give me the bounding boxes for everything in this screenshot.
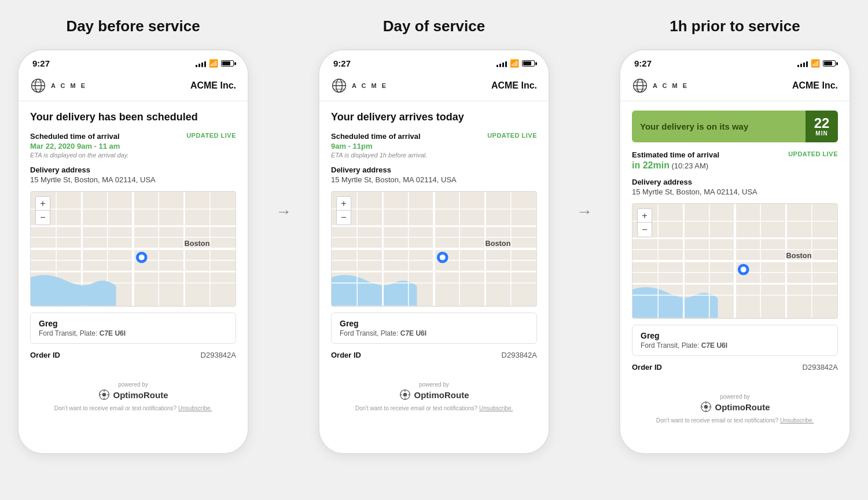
arrow-2-container: → (567, 17, 602, 221)
section-title-day-of: Day of service (383, 17, 485, 35)
map-zoom-out-3[interactable]: − (638, 223, 652, 237)
map-controls-2[interactable]: + − (336, 196, 351, 225)
eta-section-3: Estimated time of arrival UPDATED LIVE i… (632, 150, 838, 171)
banner-number-block: 22 MIN (806, 111, 838, 142)
delivery-banner: Your delivery is on its way 22 MIN (632, 111, 838, 142)
page-layout: Day before service 9:27 📶 (0, 17, 868, 454)
address-section-1: Delivery address 15 Myrtle St, Boston, M… (30, 166, 236, 184)
acme-logo-2: A C M E (331, 78, 388, 94)
driver-vehicle-1: Ford Transit, Plate: C7E U6I (39, 329, 227, 337)
wifi-icon-1: 📶 (209, 59, 218, 68)
section-title-day-before: Day before service (66, 17, 200, 35)
phone-footer-3: powered by OptimoRoute Don' (620, 389, 849, 426)
powered-by-1: powered by (30, 381, 236, 388)
driver-info-3: Greg Ford Transit, Plate: C7E U6I (632, 325, 838, 356)
acme-logo-3: A C M E (632, 78, 689, 94)
map-controls-1[interactable]: + − (35, 196, 50, 225)
phone-footer-2: powered by OptimoRoute Don' (319, 377, 549, 414)
optimoroute-icon-3 (700, 401, 712, 413)
unsubscribe-row-3: Don't want to receive email or text noti… (632, 417, 838, 424)
order-label-2: Order ID (331, 351, 361, 359)
status-bar-3: 9:27 📶 (620, 50, 849, 73)
phone-frame-1: 9:27 📶 (17, 49, 249, 454)
order-value-2: D293842A (502, 351, 537, 359)
unsubscribe-link-3[interactable]: Unsubscribe. (780, 417, 814, 424)
status-icons-1: 📶 (196, 59, 234, 68)
powered-by-2: powered by (331, 381, 537, 388)
optimoroute-logo-3: OptimoRoute (632, 401, 838, 413)
eta-note-1: ETA is displayed on the arrival day. (30, 152, 236, 159)
updated-live-3: UPDATED LIVE (788, 150, 838, 157)
arrow-1: → (275, 203, 292, 221)
order-row-1: Order ID D293842A (30, 351, 236, 359)
app-header-2: A C M E ACME Inc. (319, 73, 549, 101)
svg-text:Boston: Boston (486, 239, 511, 248)
map-zoom-in-1[interactable]: + (36, 197, 50, 211)
phone-section-day-before: Day before service 9:27 📶 (0, 17, 266, 454)
order-value-3: D293842A (803, 363, 838, 372)
signal-icon-2 (496, 60, 507, 67)
status-icons-2: 📶 (496, 59, 535, 68)
map-zoom-out-1[interactable]: − (36, 211, 50, 225)
acme-inc-3: ACME Inc. (792, 80, 838, 91)
eta-note-2: ETA is displayed 1h before arrival. (331, 152, 537, 159)
optimoroute-name-1: OptimoRoute (113, 390, 168, 400)
acme-inc-1: ACME Inc. (190, 80, 236, 91)
order-label-3: Order ID (632, 363, 662, 372)
status-bar-1: 9:27 📶 (19, 50, 248, 73)
wifi-icon-3: 📶 (811, 59, 820, 68)
acme-letters-3: A C M E (653, 82, 689, 89)
app-header-1: A C M E ACME Inc. (19, 73, 248, 101)
banner-min: MIN (812, 130, 831, 137)
map-container-3: Boston + − (632, 203, 838, 319)
scheduled-label-2: Scheduled time of arrival (331, 132, 421, 141)
scheduled-value-2: 9am - 11pm (331, 142, 537, 150)
scheduled-section-2: Scheduled time of arrival UPDATED LIVE 9… (331, 132, 537, 159)
status-time-3: 9:27 (634, 58, 652, 68)
status-bar-2: 9:27 📶 (319, 50, 549, 73)
app-header-3: A C M E ACME Inc. (620, 73, 849, 101)
eta-label-3: Estimated time of arrival (632, 150, 719, 159)
map-zoom-in-3[interactable]: + (638, 209, 652, 223)
eta-value-green-3: in 22min (632, 160, 670, 170)
order-value-1: D293842A (201, 351, 236, 359)
map-zoom-in-2[interactable]: + (337, 197, 351, 211)
unsubscribe-link-1[interactable]: Unsubscribe. (178, 405, 212, 411)
status-time-1: 9:27 (32, 58, 50, 68)
phone-section-1h: 1h prior to service 9:27 📶 (602, 17, 868, 454)
acme-letters-1: A C M E (51, 82, 87, 89)
optimoroute-logo-1: OptimoRoute (30, 389, 236, 400)
eta-value-row-3: in 22min (10:23 AM) (632, 160, 838, 171)
unsubscribe-link-2[interactable]: Unsubscribe. (479, 405, 513, 411)
optimoroute-name-2: OptimoRoute (414, 390, 469, 400)
acme-letters-2: A C M E (352, 82, 388, 89)
optimoroute-icon-2 (399, 389, 411, 400)
map-controls-3[interactable]: + − (637, 208, 652, 237)
optimoroute-icon-1 (98, 389, 110, 400)
scheduled-label-1: Scheduled time of arrival (30, 132, 120, 141)
scheduled-section-1: Scheduled time of arrival UPDATED LIVE M… (30, 132, 236, 159)
map-svg-2: Boston (332, 192, 536, 306)
optimoroute-name-3: OptimoRoute (715, 402, 770, 412)
unsubscribe-row-1: Don't want to receive email or text noti… (30, 405, 236, 411)
svg-text:Boston: Boston (185, 239, 210, 248)
phone-section-day-of: Day of service 9:27 📶 (301, 17, 567, 454)
unsubscribe-row-2: Don't want to receive email or text noti… (331, 405, 537, 411)
map-zoom-out-2[interactable]: − (337, 211, 351, 225)
signal-icon-3 (797, 60, 808, 67)
address-label-2: Delivery address (331, 166, 537, 174)
address-label-1: Delivery address (30, 166, 236, 174)
driver-name-1: Greg (39, 319, 227, 328)
driver-vehicle-2: Ford Transit, Plate: C7E U6I (340, 329, 528, 337)
optimoroute-logo-2: OptimoRoute (331, 389, 537, 400)
scheduled-row-1: Scheduled time of arrival UPDATED LIVE (30, 132, 236, 142)
eta-value-time-3: (10:23 AM) (670, 161, 708, 170)
scheduled-row-2: Scheduled time of arrival UPDATED LIVE (331, 132, 537, 142)
address-section-3: Delivery address 15 Myrtle St, Boston, M… (632, 178, 838, 196)
battery-icon-1 (221, 60, 234, 67)
battery-icon-2 (522, 60, 535, 67)
address-section-2: Delivery address 15 Myrtle St, Boston, M… (331, 166, 537, 184)
delivery-title-2: Your delivery arrives today (331, 111, 537, 124)
arrow-1-container: → (266, 17, 301, 221)
svg-point-81 (741, 267, 746, 273)
